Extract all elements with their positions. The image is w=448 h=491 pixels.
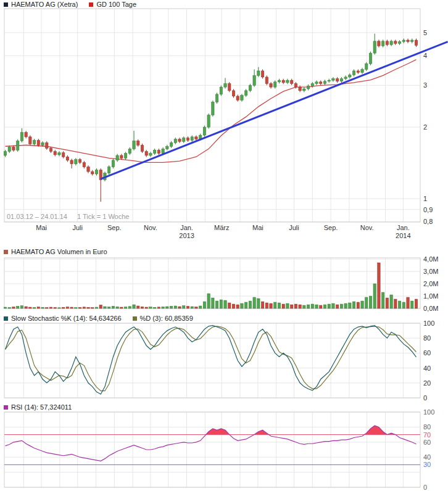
tick-size-label: 1 Tick = 1 Woche: [77, 213, 129, 220]
volume-panel-legend: HAEMATO AG Volumen in Euro: [4, 248, 118, 255]
rsi-y-tick-label: 30: [423, 461, 431, 468]
stoch-k-legend-label: Slow Stochastic %K (14): 54,634266: [11, 315, 122, 322]
volume-bars: [4, 263, 417, 308]
price-y-tick-label: 4: [423, 52, 427, 59]
stoch-d-legend-label: %D (3): 60,85359: [140, 315, 193, 322]
price-y-tick-label: 1: [423, 195, 427, 202]
x-month-label: Juli: [72, 224, 83, 231]
rsi-legend-label: RSI (14): 57,324011: [11, 403, 72, 411]
volume-y-tick-label: 4,0M: [423, 255, 438, 263]
price-y-tick-label: 0,9: [423, 206, 433, 213]
chart-stage: 543210,90,801.03.12 – 24.01.141 Tick = 1…: [0, 0, 448, 491]
x-month-label: Jan.: [180, 224, 193, 231]
trend-line: [101, 42, 447, 179]
legend-item: GD 100 Tage: [89, 1, 136, 8]
price-panel: 543210,90,801.03.12 – 24.01.141 Tick = 1…: [4, 9, 447, 239]
rsi-panel-legend: RSI (14): 57,324011: [4, 403, 83, 411]
rsi-panel: 10080706040300: [4, 408, 434, 491]
rsi-color-swatch: [4, 405, 8, 410]
x-month-label: Mai: [252, 224, 263, 231]
legend-item: Slow Stochastic %K (14): 54,634266: [4, 315, 122, 322]
price-panel-legend: HAEMATO AG (Xetra) GD 100 Tage: [4, 1, 147, 8]
stoch-y-tick-label: 80: [423, 334, 431, 342]
price-y-tick-label: 5: [423, 29, 427, 36]
x-year-label: 2013: [179, 232, 194, 239]
volume-panel: 4,0M3,0M2,0M1,0M0,0M: [4, 255, 438, 312]
rsi-y-tick-label: 70: [423, 431, 431, 439]
stochastic-panel-legend: Slow Stochastic %K (14): 54,634266 %D (3…: [4, 315, 204, 322]
x-month-label: Nov.: [144, 224, 157, 231]
stoch-d-line: [6, 326, 417, 391]
x-month-label: Mai: [36, 224, 47, 231]
candlesticks: [4, 34, 417, 202]
price-y-tick-label: 2: [423, 123, 427, 131]
stoch-k-color-swatch: [4, 316, 8, 321]
rsi-y-tick-label: 80: [423, 423, 431, 431]
charts-canvas: 543210,90,801.03.12 – 24.01.141 Tick = 1…: [0, 0, 448, 491]
stochastic-panel: 100806040200: [4, 320, 434, 402]
volume-y-tick-label: 0,0M: [423, 305, 438, 312]
rsi-y-tick-label: 60: [423, 439, 431, 446]
stoch-k-line: [6, 326, 417, 394]
volume-y-tick-label: 2,0M: [423, 280, 438, 287]
volume-y-tick-label: 1,0M: [423, 292, 438, 300]
volume-legend-label: HAEMATO AG Volumen in Euro: [11, 248, 107, 255]
period-range-label: 01.03.12 – 24.01.14: [7, 213, 67, 220]
gd100-legend-label: GD 100 Tage: [96, 1, 136, 8]
x-month-label: Nov.: [360, 224, 374, 231]
gd100-color-swatch: [89, 2, 93, 7]
stoch-y-tick-label: 0: [423, 394, 427, 402]
x-month-label: Juli: [289, 224, 299, 231]
volume-y-tick-label: 3,0M: [423, 268, 438, 275]
x-month-label: Jan.: [397, 224, 410, 231]
legend-item: HAEMATO AG (Xetra): [4, 1, 78, 8]
rsi-y-tick-label: 0: [423, 484, 427, 491]
price-y-tick-label: 3: [423, 81, 427, 89]
instrument-color-swatch: [4, 2, 8, 7]
x-month-label: Sep.: [107, 224, 122, 231]
rsi-y-tick-label: 40: [423, 453, 431, 461]
volume-color-swatch: [4, 250, 8, 254]
stoch-y-tick-label: 20: [423, 379, 431, 387]
legend-item: %D (3): 60,85359: [133, 315, 193, 322]
stoch-d-color-swatch: [133, 316, 137, 321]
stoch-y-tick-label: 100: [423, 320, 434, 327]
legend-item: HAEMATO AG Volumen in Euro: [4, 248, 107, 255]
gd100-line: [6, 60, 417, 163]
rsi-y-tick-label: 100: [423, 408, 434, 416]
stoch-y-tick-label: 60: [423, 349, 431, 357]
x-year-label: 2014: [396, 232, 410, 239]
x-month-label: Sep.: [324, 224, 338, 231]
legend-item: RSI (14): 57,324011: [4, 403, 72, 411]
stoch-y-tick-label: 40: [423, 365, 431, 372]
x-month-label: März: [214, 224, 229, 231]
instrument-legend-label: HAEMATO AG (Xetra): [11, 1, 78, 8]
price-y-tick-label: 0,8: [423, 218, 433, 225]
